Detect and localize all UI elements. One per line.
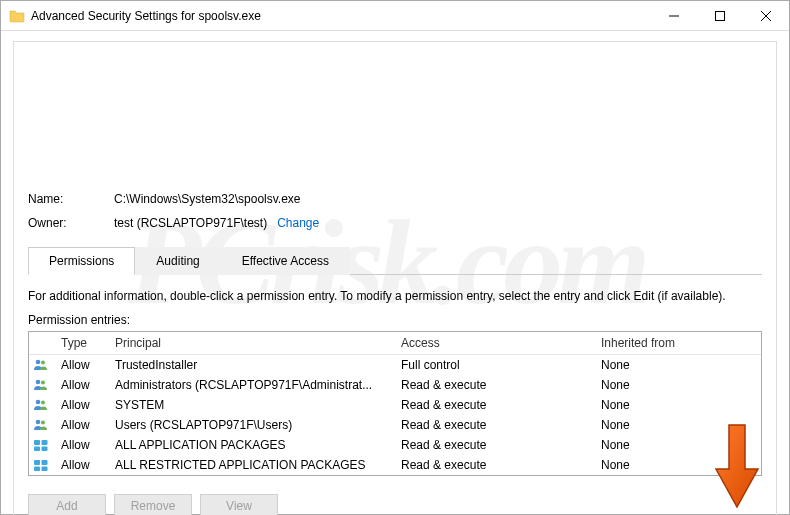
- cell-principal: Administrators (RCSLAPTOP971F\Administra…: [107, 376, 393, 394]
- owner-row: Owner: test (RCSLAPTOP971F\test) Change: [28, 216, 762, 230]
- svg-point-11: [41, 421, 45, 425]
- name-label: Name:: [28, 192, 114, 206]
- col-principal[interactable]: Principal: [107, 332, 393, 354]
- tab-effective-access[interactable]: Effective Access: [221, 247, 350, 275]
- titlebar: Advanced Security Settings for spoolsv.e…: [1, 1, 789, 31]
- entries-label: Permission entries:: [28, 313, 762, 327]
- info-text: For additional information, double-click…: [28, 289, 762, 303]
- svg-point-9: [41, 401, 45, 405]
- grid-body: AllowTrustedInstallerFull controlNoneAll…: [29, 355, 761, 475]
- table-row[interactable]: AllowSYSTEMRead & executeNone: [29, 395, 761, 415]
- principal-icon: [29, 356, 53, 374]
- table-row[interactable]: AllowAdministrators (RCSLAPTOP971F\Admin…: [29, 375, 761, 395]
- close-button[interactable]: [743, 1, 789, 31]
- dialog-body: PCrisk.com Name: C:\Windows\System32\spo…: [1, 31, 789, 515]
- folder-icon: [9, 8, 25, 24]
- cell-access: Read & execute: [393, 436, 593, 454]
- cell-inherited: None: [593, 356, 761, 374]
- svg-point-4: [36, 360, 41, 365]
- cell-principal: TrustedInstaller: [107, 356, 393, 374]
- svg-rect-18: [34, 467, 40, 472]
- name-value: C:\Windows\System32\spoolsv.exe: [114, 192, 301, 206]
- window-controls: [651, 1, 789, 31]
- col-icon[interactable]: [29, 332, 53, 354]
- cell-type: Allow: [53, 436, 107, 454]
- col-inherited[interactable]: Inherited from: [593, 332, 761, 354]
- cell-principal: ALL RESTRICTED APPLICATION PACKAGES: [107, 456, 393, 474]
- cell-type: Allow: [53, 456, 107, 474]
- table-row[interactable]: AllowALL APPLICATION PACKAGESRead & exec…: [29, 435, 761, 455]
- svg-rect-14: [34, 447, 40, 452]
- cell-inherited: None: [593, 416, 761, 434]
- cell-inherited: None: [593, 456, 761, 474]
- cell-inherited: None: [593, 376, 761, 394]
- cell-type: Allow: [53, 416, 107, 434]
- owner-value: test (RCSLAPTOP971F\test): [114, 216, 267, 230]
- minimize-button[interactable]: [651, 1, 697, 31]
- principal-icon: [29, 376, 53, 394]
- security-settings-window: Advanced Security Settings for spoolsv.e…: [0, 0, 790, 515]
- svg-point-5: [41, 361, 45, 365]
- grid-header: Type Principal Access Inherited from: [29, 332, 761, 355]
- col-type[interactable]: Type: [53, 332, 107, 354]
- add-button[interactable]: Add: [28, 494, 106, 515]
- cell-type: Allow: [53, 376, 107, 394]
- main-panel: PCrisk.com Name: C:\Windows\System32\spo…: [13, 41, 777, 515]
- view-button[interactable]: View: [200, 494, 278, 515]
- cell-access: Read & execute: [393, 456, 593, 474]
- cell-principal: SYSTEM: [107, 396, 393, 414]
- principal-icon: [29, 436, 53, 454]
- svg-rect-1: [716, 11, 725, 20]
- principal-icon: [29, 416, 53, 434]
- entry-buttons: Add Remove View: [28, 494, 762, 515]
- cell-inherited: None: [593, 436, 761, 454]
- permission-grid: Type Principal Access Inherited from All…: [28, 331, 762, 476]
- principal-icon: [29, 396, 53, 414]
- svg-point-7: [41, 381, 45, 385]
- svg-rect-19: [42, 467, 48, 472]
- change-owner-link[interactable]: Change: [277, 216, 319, 230]
- maximize-button[interactable]: [697, 1, 743, 31]
- cell-inherited: None: [593, 396, 761, 414]
- cell-principal: ALL APPLICATION PACKAGES: [107, 436, 393, 454]
- tabs: Permissions Auditing Effective Access: [28, 246, 762, 275]
- table-row[interactable]: AllowUsers (RCSLAPTOP971F\Users)Read & e…: [29, 415, 761, 435]
- svg-rect-15: [42, 447, 48, 452]
- svg-rect-12: [34, 440, 40, 445]
- cell-access: Read & execute: [393, 416, 593, 434]
- svg-rect-16: [34, 460, 40, 465]
- svg-point-8: [36, 400, 41, 405]
- window-title: Advanced Security Settings for spoolsv.e…: [31, 9, 651, 23]
- col-access[interactable]: Access: [393, 332, 593, 354]
- owner-label: Owner:: [28, 216, 114, 230]
- principal-icon: [29, 456, 53, 474]
- name-row: Name: C:\Windows\System32\spoolsv.exe: [28, 192, 762, 206]
- tab-permissions[interactable]: Permissions: [28, 247, 135, 275]
- cell-type: Allow: [53, 356, 107, 374]
- svg-point-6: [36, 380, 41, 385]
- cell-type: Allow: [53, 396, 107, 414]
- svg-rect-13: [42, 440, 48, 445]
- cell-access: Read & execute: [393, 376, 593, 394]
- cell-access: Full control: [393, 356, 593, 374]
- table-row[interactable]: AllowALL RESTRICTED APPLICATION PACKAGES…: [29, 455, 761, 475]
- svg-rect-17: [42, 460, 48, 465]
- cell-principal: Users (RCSLAPTOP971F\Users): [107, 416, 393, 434]
- table-row[interactable]: AllowTrustedInstallerFull controlNone: [29, 355, 761, 375]
- svg-point-10: [36, 420, 41, 425]
- remove-button[interactable]: Remove: [114, 494, 192, 515]
- tab-auditing[interactable]: Auditing: [135, 247, 220, 275]
- cell-access: Read & execute: [393, 396, 593, 414]
